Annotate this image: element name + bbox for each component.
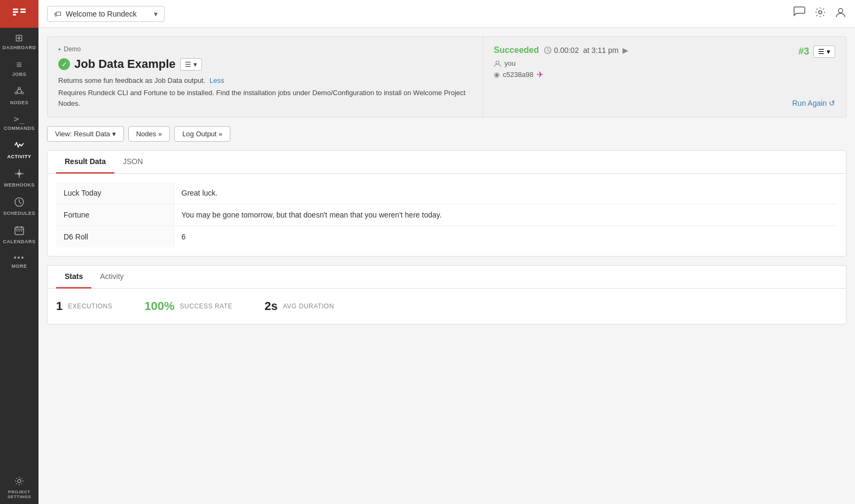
- less-link[interactable]: Less: [209, 76, 224, 84]
- svg-rect-4: [20, 11, 26, 13]
- plane-icon: ✈: [537, 69, 543, 80]
- arrow-icon: ▶: [623, 46, 628, 55]
- job-demo-label: ▪ Demo: [58, 45, 472, 53]
- sidebar: ⊞ DASHBOARD ≡ JOBS NODES >_ COMMANDS ACT…: [0, 0, 38, 504]
- timer-icon: [544, 46, 551, 54]
- result-key-2: D6 Roll: [56, 226, 174, 248]
- svg-point-26: [819, 11, 822, 14]
- settings-icon[interactable]: [814, 6, 826, 21]
- webhooks-icon: [14, 169, 24, 180]
- user-small-icon: [494, 60, 501, 67]
- sidebar-label-jobs: JOBS: [12, 72, 27, 77]
- svg-line-17: [19, 202, 21, 204]
- dashboard-icon: ⊞: [15, 33, 24, 43]
- project-icon: 🏷: [54, 10, 61, 18]
- status-info: Succeeded 0.00:02 at 3:11 pm ▶: [494, 45, 628, 80]
- sidebar-item-commands[interactable]: >_ COMMANDS: [0, 110, 38, 135]
- user-icon[interactable]: [835, 6, 846, 21]
- svg-rect-22: [17, 230, 18, 231]
- svg-point-31: [496, 61, 499, 64]
- sidebar-item-project-settings[interactable]: PROJECTSETTINGS: [0, 471, 38, 504]
- action-buttons: View: Result Data ▾ Nodes » Log Output »: [47, 126, 846, 142]
- svg-rect-0: [13, 9, 18, 10]
- success-rate-number: 100%: [144, 299, 174, 313]
- topbar: 🏷 Welcome to Rundeck ▾: [38, 0, 855, 28]
- sidebar-label-commands: COMMANDS: [4, 126, 35, 131]
- sidebar-label-more: MORE: [12, 263, 27, 269]
- sidebar-label-webhooks: WEBHOOKS: [4, 182, 35, 188]
- sidebar-item-webhooks[interactable]: WEBHOOKS: [0, 164, 38, 192]
- chevron-icon: ▾: [193, 60, 197, 68]
- stat-avg-duration: 2s AVG DURATION: [265, 299, 334, 313]
- result-value-2: 6: [174, 226, 837, 248]
- tab-activity[interactable]: Activity: [91, 266, 132, 289]
- table-row: D6 Roll 6: [56, 226, 837, 248]
- nodes-button[interactable]: Nodes »: [128, 126, 170, 142]
- topbar-right: [793, 6, 846, 21]
- folder-icon: ▪: [58, 45, 60, 53]
- chevron-down-icon: ▾: [154, 10, 158, 18]
- app-logo[interactable]: [0, 0, 38, 28]
- svg-rect-2: [13, 14, 16, 15]
- project-settings-icon: [14, 476, 24, 487]
- project-name: Welcome to Rundeck: [66, 10, 137, 18]
- circle-icon: ◉: [494, 71, 500, 79]
- svg-point-27: [838, 9, 843, 13]
- table-row: Fortune You may be gone tomorrow, but th…: [56, 204, 837, 226]
- svg-rect-1: [13, 11, 18, 13]
- status-row: Succeeded 0.00:02 at 3:11 pm ▶: [494, 45, 628, 55]
- nodes-icon: [14, 87, 24, 98]
- tab-result-data[interactable]: Result Data: [56, 151, 114, 174]
- menu-icon: ☰: [185, 60, 191, 68]
- svg-point-10: [18, 172, 21, 175]
- job-note: Requires Rundeck CLI and Fortune to be i…: [58, 88, 472, 108]
- stats-tabs-header: Stats Activity: [48, 266, 846, 289]
- project-selector[interactable]: 🏷 Welcome to Rundeck ▾: [47, 6, 165, 22]
- tab-stats[interactable]: Stats: [56, 266, 91, 289]
- executions-number: 1: [56, 299, 63, 313]
- chat-icon[interactable]: [793, 6, 806, 21]
- job-title-row: ✓ Job Data Example ☰ ▾: [58, 57, 472, 71]
- execution-list-button[interactable]: ☰ ▾: [813, 45, 835, 58]
- sidebar-label-project-settings: PROJECTSETTINGS: [7, 490, 31, 500]
- sidebar-label-dashboard: DASHBOARD: [3, 45, 36, 50]
- sidebar-item-jobs[interactable]: ≡ JOBS: [0, 55, 38, 81]
- job-description: Returns some fun feedback as Job Data ou…: [58, 76, 472, 84]
- content-area: ▪ Demo ✓ Job Data Example ☰ ▾ Returns so…: [38, 28, 855, 504]
- success-icon: ✓: [58, 58, 70, 70]
- view-result-data-button[interactable]: View: Result Data ▾: [47, 126, 124, 142]
- result-table-content: Luck Today Great luck. Fortune You may b…: [48, 174, 846, 256]
- svg-rect-24: [21, 230, 22, 231]
- stats-card: Stats Activity 1 EXECUTIONS 100% SUCCESS…: [47, 265, 846, 324]
- sidebar-item-dashboard[interactable]: ⊞ DASHBOARD: [0, 28, 38, 55]
- avg-duration-number: 2s: [265, 299, 277, 313]
- activity-icon: [14, 141, 24, 152]
- stat-success-rate: 100% SUCCESS RATE: [144, 299, 232, 313]
- main-area: 🏷 Welcome to Rundeck ▾: [38, 0, 855, 504]
- tab-json[interactable]: JSON: [114, 151, 151, 174]
- sidebar-label-calendars: CALENDARS: [3, 239, 35, 244]
- svg-point-25: [18, 479, 21, 483]
- success-rate-label: SUCCESS RATE: [180, 303, 232, 310]
- execution-number: #3: [798, 46, 809, 57]
- stat-executions: 1 EXECUTIONS: [56, 299, 112, 313]
- sidebar-item-more[interactable]: ••• MORE: [0, 249, 38, 273]
- sidebar-item-schedules[interactable]: SCHEDULES: [0, 192, 38, 220]
- calendars-icon: [14, 226, 24, 237]
- job-title: Job Data Example: [74, 57, 176, 71]
- sidebar-item-calendars[interactable]: CALENDARS: [0, 220, 38, 249]
- svg-rect-3: [20, 9, 26, 10]
- table-row: Luck Today Great luck.: [56, 182, 837, 204]
- result-value-1: You may be gone tomorrow, but that doesn…: [174, 204, 837, 226]
- run-again-button[interactable]: Run Again ↺: [792, 99, 836, 107]
- job-menu-button[interactable]: ☰ ▾: [180, 58, 202, 71]
- log-output-button[interactable]: Log Output »: [174, 126, 230, 142]
- svg-point-7: [21, 92, 24, 94]
- sidebar-label-nodes: NODES: [10, 100, 29, 105]
- more-icon: •••: [14, 254, 25, 261]
- sidebar-item-activity[interactable]: ACTIVITY: [0, 135, 38, 164]
- svg-point-5: [17, 89, 21, 94]
- sidebar-label-schedules: SCHEDULES: [3, 211, 35, 216]
- sidebar-item-nodes[interactable]: NODES: [0, 81, 38, 110]
- sidebar-label-activity: ACTIVITY: [7, 154, 31, 159]
